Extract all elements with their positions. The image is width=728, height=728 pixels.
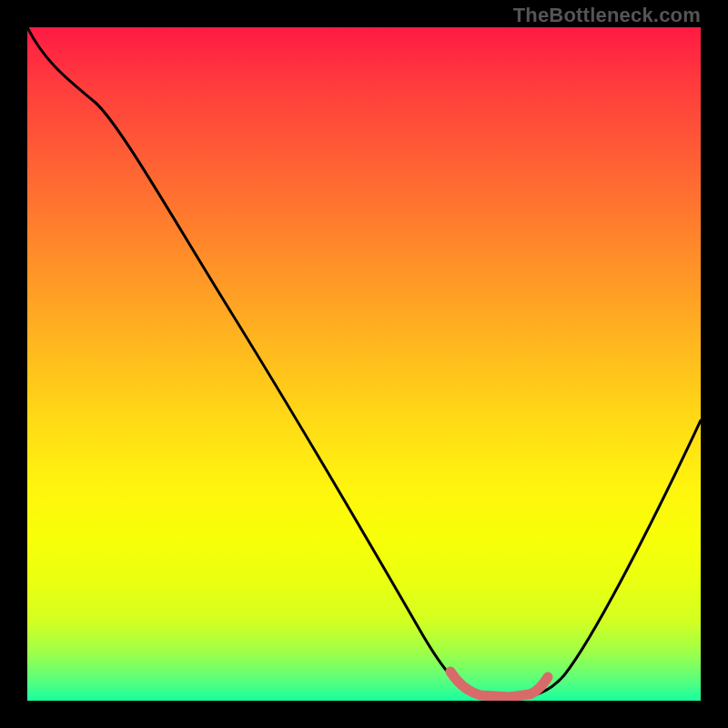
watermark-text: TheBottleneck.com — [513, 4, 701, 27]
chart-plot-area — [27, 27, 701, 701]
optimal-curve-marker — [450, 672, 548, 697]
bottleneck-curve — [27, 27, 701, 697]
chart-frame: TheBottleneck.com — [0, 0, 728, 728]
curve-layer — [27, 27, 701, 701]
